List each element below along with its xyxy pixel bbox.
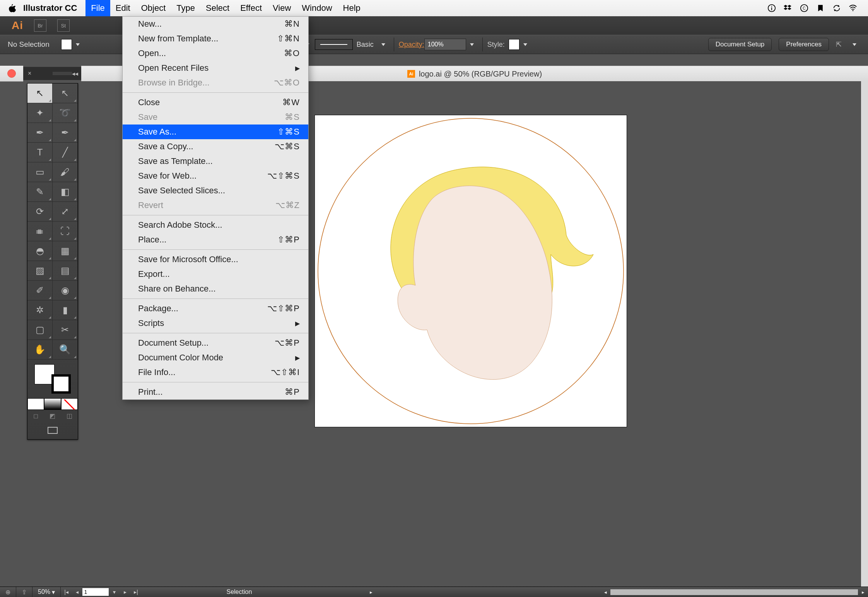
curvature-tool[interactable]: ✒ [53, 123, 78, 143]
statusbar-icon[interactable]: ⊕ [0, 587, 16, 597]
opacity-link[interactable]: Opacity: [399, 41, 424, 49]
sync-icon[interactable] [832, 4, 841, 12]
zoom-tool[interactable]: 🔍 [53, 340, 78, 360]
menu-item-share-on-behance[interactable]: Share on Behance... [123, 281, 308, 296]
menu-view[interactable]: View [267, 0, 296, 16]
opacity-dropdown-icon[interactable] [470, 43, 474, 46]
brush-dropdown-icon[interactable] [381, 43, 385, 46]
menu-item-print[interactable]: Print...⌘P [123, 385, 308, 399]
graph-tool[interactable]: ▮ [53, 300, 78, 320]
menu-file[interactable]: File [85, 0, 110, 16]
menu-item-save-for-web[interactable]: Save for Web...⌥⇧⌘S [123, 169, 308, 183]
apple-logo-icon[interactable] [0, 4, 23, 12]
menu-item-search-adobe-stock[interactable]: Search Adobe Stock... [123, 218, 308, 232]
nav-prev-button[interactable]: ◂ [72, 587, 82, 597]
mesh-tool[interactable]: ▨ [27, 261, 53, 281]
draw-normal-icon[interactable]: ◻ [33, 412, 38, 420]
collapse-icon[interactable]: ◂◂ [72, 70, 78, 77]
nav-dropdown-icon[interactable]: ▾ [109, 587, 120, 597]
pin-icon[interactable]: ⇱ [836, 40, 842, 49]
eyedropper-tool[interactable]: ✐ [27, 281, 53, 300]
panel-handle[interactable]: × ◂◂ [23, 67, 81, 80]
statusbar-scroll[interactable]: ▸◂▸ [366, 589, 868, 595]
menu-item-save-as-template[interactable]: Save as Template... [123, 154, 308, 169]
menu-item-place[interactable]: Place...⇧⌘P [123, 232, 308, 247]
symbol-sprayer-tool[interactable]: ✲ [27, 300, 53, 320]
menu-edit[interactable]: Edit [110, 0, 136, 16]
menu-select[interactable]: Select [200, 0, 235, 16]
opacity-input[interactable] [424, 39, 466, 50]
nav-last-button[interactable]: ▸| [130, 587, 141, 597]
brush-sample[interactable] [315, 39, 353, 50]
bridge-button[interactable]: Br [34, 19, 46, 32]
perspective-tool[interactable]: ▦ [53, 241, 78, 261]
statusbar-export-icon[interactable]: ⇪ [16, 587, 32, 597]
menu-item-save-for-microsoft-office[interactable]: Save for Microsoft Office... [123, 252, 308, 267]
bookmark-icon[interactable] [816, 4, 825, 12]
draw-behind-icon[interactable]: ◩ [50, 412, 55, 420]
screen-mode-button[interactable] [27, 421, 78, 439]
nav-first-button[interactable]: |◂ [61, 587, 72, 597]
menu-item-document-color-mode[interactable]: Document Color Mode▶ [123, 350, 308, 365]
draw-inside-icon[interactable]: ◫ [67, 412, 72, 420]
scale-tool[interactable]: ⤢ [53, 202, 78, 222]
artboard-tool[interactable]: ▢ [27, 320, 53, 340]
info-icon[interactable] [767, 4, 776, 12]
page-field[interactable]: 1 [82, 588, 109, 596]
menu-item-scripts[interactable]: Scripts▶ [123, 316, 308, 331]
slice-tool[interactable]: ✂ [53, 320, 78, 340]
magic-wand-tool[interactable]: ✦ [27, 103, 53, 123]
free-transform-tool[interactable]: ⛶ [53, 222, 78, 241]
menu-item-save-a-copy[interactable]: Save a Copy...⌥⌘S [123, 139, 308, 154]
menu-item-open-recent-files[interactable]: Open Recent Files▶ [123, 61, 308, 75]
menu-item-save-selected-slices[interactable]: Save Selected Slices... [123, 183, 308, 198]
rotate-tool[interactable]: ⟳ [27, 202, 53, 222]
selection-mode[interactable]: Selection [226, 588, 252, 595]
wifi-icon[interactable] [849, 4, 857, 12]
menu-item-save-as[interactable]: Save As...⇧⌘S [123, 125, 308, 139]
menu-item-close[interactable]: Close⌘W [123, 95, 308, 110]
close-window-button[interactable] [7, 69, 16, 78]
fill-dropdown-icon[interactable] [76, 43, 80, 46]
hand-tool[interactable]: ✋ [27, 340, 53, 360]
stock-button[interactable]: St [57, 19, 70, 32]
document-setup-button[interactable]: Document Setup [708, 38, 772, 51]
vertical-scrollbar[interactable] [861, 81, 868, 587]
menu-object[interactable]: Object [136, 0, 171, 16]
menu-item-new[interactable]: New...⌘N [123, 17, 308, 31]
dropbox-icon[interactable] [784, 4, 792, 12]
pencil-tool[interactable]: ✎ [27, 182, 53, 202]
menu-item-export[interactable]: Export... [123, 267, 308, 281]
menu-item-package[interactable]: Package...⌥⇧⌘P [123, 301, 308, 316]
selection-tool[interactable]: ↖ [27, 84, 53, 103]
gradient-tool[interactable]: ▤ [53, 261, 78, 281]
menu-item-new-from-template[interactable]: New from Template...⇧⌘N [123, 31, 308, 46]
cc-icon[interactable]: C [800, 4, 808, 12]
preferences-button[interactable]: Preferences [779, 38, 829, 51]
style-dropdown-icon[interactable] [523, 43, 527, 46]
width-tool[interactable]: ⩩ [27, 222, 53, 241]
app-name[interactable]: Illustrator CC [23, 3, 77, 13]
menu-item-document-setup[interactable]: Document Setup...⌥⌘P [123, 336, 308, 350]
menu-type[interactable]: Type [171, 0, 200, 16]
stroke-color[interactable] [51, 374, 71, 394]
color-mode-gradient[interactable] [44, 398, 61, 410]
menu-item-open[interactable]: Open...⌘O [123, 46, 308, 61]
line-tool[interactable]: ╱ [53, 143, 78, 162]
fill-stroke-swatch[interactable] [27, 360, 78, 398]
fill-swatch[interactable] [61, 39, 72, 50]
menu-window[interactable]: Window [296, 0, 337, 16]
style-swatch[interactable] [509, 39, 519, 50]
menu-effect[interactable]: Effect [235, 0, 267, 16]
menu-item-file-info[interactable]: File Info...⌥⇧⌘I [123, 365, 308, 380]
nav-next-button[interactable]: ▸ [120, 587, 130, 597]
blend-tool[interactable]: ◉ [53, 281, 78, 300]
direct-selection-tool[interactable]: ↖ [53, 84, 78, 103]
eraser-tool[interactable]: ◧ [53, 182, 78, 202]
menu-help[interactable]: Help [338, 0, 366, 16]
zoom-level[interactable]: 50% ▾ [32, 587, 61, 597]
color-mode-solid[interactable] [27, 398, 44, 410]
paintbrush-tool[interactable]: 🖌 [53, 162, 78, 182]
type-tool[interactable]: T [27, 143, 53, 162]
close-panel-icon[interactable]: × [28, 70, 31, 77]
